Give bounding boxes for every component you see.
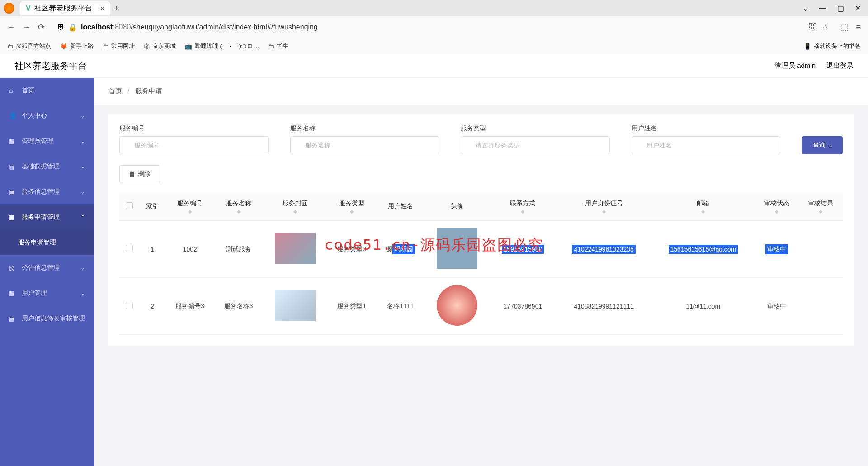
col-service-type[interactable]: 服务类型◆	[327, 192, 376, 221]
cell-contact: 15915915988	[490, 221, 557, 278]
nav-bar: ← → ⟳ ⛨ 🔒 localhost:8080/sheuquyanglaofu…	[0, 16, 868, 38]
cell-service-no: 1002	[165, 221, 214, 278]
reader-icon[interactable]: ⿲	[809, 23, 816, 32]
url-host: localhost	[81, 23, 113, 31]
maximize-icon[interactable]: ▢	[837, 4, 844, 13]
mobile-icon: 📱	[804, 43, 811, 50]
cell-id-no: 41022419961023205	[556, 221, 651, 278]
forward-button[interactable]: →	[23, 23, 31, 32]
query-button[interactable]: 查询⌕	[802, 136, 843, 154]
checkbox-header[interactable]	[119, 192, 139, 221]
sidebar-item-users[interactable]: ▦用户管理⌄	[0, 281, 94, 306]
lock-icon[interactable]: 🔒	[68, 23, 77, 32]
sort-icon: ◆	[775, 209, 778, 213]
cell-cover	[263, 221, 327, 278]
bookmark-item[interactable]: 🦊新手上路	[60, 42, 94, 50]
bookmark-item[interactable]: 📺哔哩哔哩 ( ゜- ゜)つロ ...	[185, 42, 259, 50]
table-row[interactable]: 2 服务编号3 服务名称3 服务类型1 名称1111 17703786901 4…	[119, 278, 843, 335]
bookmark-item[interactable]: 🗀火狐官方站点	[7, 42, 51, 50]
folder-icon: 🗀	[268, 43, 274, 50]
jd-icon: ㊎	[144, 42, 150, 50]
col-service-name[interactable]: 服务名称◆	[214, 192, 263, 221]
back-button[interactable]: ←	[7, 23, 15, 32]
user-label[interactable]: 管理员 admin	[775, 62, 816, 70]
row-checkbox[interactable]	[126, 245, 133, 252]
chevron-down-icon[interactable]: ⌄	[802, 4, 808, 13]
breadcrumb: 首页 / 服务申请	[94, 78, 868, 105]
users-icon: ▦	[9, 290, 16, 297]
col-service-no[interactable]: 服务编号◆	[165, 192, 214, 221]
bookmark-item[interactable]: 🗀书生	[268, 42, 288, 50]
url-path: /sheuquyanglaofuwu/admin/dist/index.html…	[131, 23, 318, 31]
search-input-user-name[interactable]	[632, 136, 781, 154]
sort-icon: ◆	[293, 209, 297, 213]
col-contact[interactable]: 联系方式◆	[490, 192, 557, 221]
col-status[interactable]: 审核状态◆	[755, 192, 799, 221]
chevron-down-icon: ⌄	[80, 290, 85, 296]
menu-icon[interactable]: ≡	[856, 23, 861, 32]
col-result[interactable]: 审核结果◆	[799, 192, 843, 221]
sidebar-item-notice[interactable]: ▧公告信息管理⌄	[0, 255, 94, 281]
notice-icon: ▧	[9, 264, 16, 271]
bookmark-star-icon[interactable]: ☆	[822, 23, 828, 32]
col-id-no[interactable]: 用户身份证号◆	[556, 192, 651, 221]
search-select-service-type[interactable]	[461, 136, 610, 154]
sidebar-item-user-audit[interactable]: ▣用户信息修改审核管理	[0, 306, 94, 331]
bookmark-item[interactable]: 🗀常用网址	[103, 42, 135, 50]
browser-tab[interactable]: V 社区养老服务平台 ×	[20, 1, 110, 15]
grid-icon: ▦	[9, 138, 16, 145]
search-input-service-name[interactable]	[290, 136, 439, 154]
close-window-icon[interactable]: ✕	[855, 4, 861, 13]
row-checkbox[interactable]	[126, 302, 133, 309]
data-table: 索引 服务编号◆ 服务名称◆ 服务封面◆ 服务类型◆ 用户姓名 头像 联系方式◆…	[119, 192, 843, 335]
shield-icon[interactable]: ⛨	[57, 23, 65, 31]
audit-icon: ▣	[9, 315, 16, 322]
delete-button[interactable]: 🗑删除	[119, 165, 160, 183]
url-bar[interactable]: ⛨ 🔒 localhost:8080/sheuquyanglaofuwu/adm…	[52, 23, 834, 32]
vue-icon: V	[26, 5, 31, 13]
new-tab-button[interactable]: +	[114, 4, 119, 13]
cell-status: 审核中	[755, 278, 799, 335]
sort-icon: ◆	[237, 209, 241, 213]
mobile-bookmarks[interactable]: 📱移动设备上的书签	[804, 42, 861, 50]
col-index[interactable]: 索引	[139, 192, 165, 221]
close-tab-icon[interactable]: ×	[100, 5, 104, 13]
search-field-service-name: 服务名称 ⌕	[290, 124, 439, 154]
sidebar-subitem-service-apply[interactable]: 服务申请管理	[0, 230, 94, 255]
sidebar-item-home[interactable]: ⌂首页	[0, 78, 94, 103]
cell-user-name: 名称1111	[376, 278, 425, 335]
url-port: :8080	[113, 23, 131, 31]
reload-button[interactable]: ⟳	[38, 22, 45, 32]
cell-index: 2	[139, 278, 165, 335]
data-icon: ▤	[9, 163, 16, 170]
extension-icon[interactable]: ⬚	[841, 22, 849, 32]
bookmark-item[interactable]: ㊎京东商城	[144, 42, 176, 50]
sidebar-item-service-apply[interactable]: ▦服务申请管理⌃	[0, 204, 94, 230]
logout-link[interactable]: 退出登录	[826, 62, 854, 70]
sidebar-item-basedata[interactable]: ▤基础数据管理⌄	[0, 154, 94, 179]
sidebar-item-profile[interactable]: 👤个人中心⌄	[0, 103, 94, 128]
col-user-name[interactable]: 用户姓名	[376, 192, 425, 221]
sidebar-item-service-info[interactable]: ▣服务信息管理⌄	[0, 179, 94, 204]
table-header-row: 索引 服务编号◆ 服务名称◆ 服务封面◆ 服务类型◆ 用户姓名 头像 联系方式◆…	[119, 192, 843, 221]
apply-icon: ▦	[9, 214, 16, 221]
col-avatar[interactable]: 头像	[425, 192, 490, 221]
sort-icon: ◆	[188, 209, 192, 213]
cell-result	[799, 221, 843, 278]
sort-icon: ◆	[521, 209, 524, 213]
search-input-service-no[interactable]	[119, 136, 269, 154]
sort-icon: ◆	[701, 209, 705, 213]
col-cover[interactable]: 服务封面◆	[263, 192, 327, 221]
sort-icon: ◆	[350, 209, 354, 213]
table-row[interactable]: 1 1002 测试服务 服务类型3 源码乐园 15915915988 41022…	[119, 221, 843, 278]
col-email[interactable]: 邮箱◆	[651, 192, 755, 221]
minimize-icon[interactable]: —	[819, 4, 826, 13]
chevron-down-icon: ⌄	[80, 163, 85, 170]
search-label: 服务类型	[461, 124, 610, 133]
breadcrumb-home[interactable]: 首页	[108, 87, 122, 95]
cell-service-name: 测试服务	[214, 221, 263, 278]
breadcrumb-current: 服务申请	[135, 87, 162, 95]
sidebar-item-admin[interactable]: ▦管理员管理⌄	[0, 128, 94, 154]
folder-icon: 🗀	[7, 43, 13, 50]
sidebar: ⌂首页 👤个人中心⌄ ▦管理员管理⌄ ▤基础数据管理⌄ ▣服务信息管理⌄ ▦服务…	[0, 78, 94, 466]
